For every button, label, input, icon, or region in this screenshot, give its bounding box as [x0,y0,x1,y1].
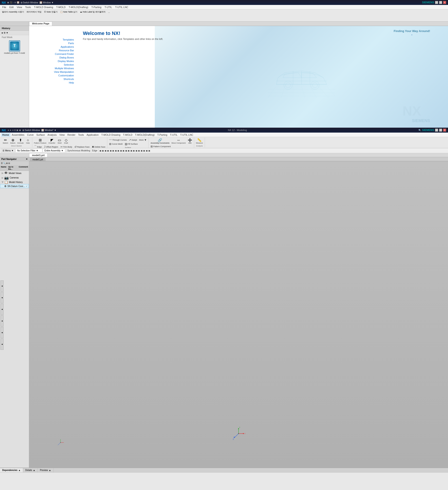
link-help[interactable]: Help [38,81,79,84]
nav-model-history[interactable]: ▽ 📋 Model History [0,180,29,184]
edge-blend-btn[interactable]: ⌒ Edge [33,144,43,148]
bottom-menu-tools[interactable]: Tools [77,133,85,137]
part-nav-expand-btn[interactable]: ⊞ [6,162,8,164]
minimize-btn-bottom[interactable]: — [435,129,438,132]
history-expand-btn[interactable]: ▼ [6,32,8,34]
bottom-switch-window[interactable]: ⊞ Switch Window [22,129,40,131]
assembly-constraints-ribbon-btn[interactable]: 🔗 Assembly Constraints [150,138,170,144]
close-btn-bottom[interactable]: ✕ [443,129,446,132]
modeling-viewport[interactable]: model1.prt [29,157,448,468]
3d-viewport[interactable]: X Y Z [29,161,448,468]
menu-tools[interactable]: Tools [24,5,32,9]
toolbar-layer-btn[interactable]: 레이어에서 작업 [26,10,43,14]
bottom-menu-surface[interactable]: Surface [35,133,46,137]
left-side-btn4[interactable]: ◄ [0,315,4,326]
trim-body-btn[interactable]: ✂ Trim Body [60,144,73,148]
link-view-manipulation[interactable]: View Manipulation [38,70,79,73]
part-nav-filter-btn[interactable]: 🔍 [3,162,6,164]
fill-surface-btn[interactable]: ▨ Fill Surface [124,142,139,146]
welcome-page-tab[interactable]: Welcome Page [29,21,52,26]
window-dropdown[interactable]: 🪟 Window ▼ [39,1,53,4]
link-command-finder[interactable]: Command Finder [38,53,79,55]
add-btn[interactable]: ➕ Add [187,138,193,144]
link-shortcuts[interactable]: Shortcuts [38,78,79,80]
bottom-menu-analysis[interactable]: Analysis [46,133,58,137]
bottom-menu-curve[interactable]: Curve [26,133,35,137]
link-display-modes[interactable]: Display Modes [38,60,79,62]
link-parts[interactable]: Parts [38,42,79,44]
model-tab[interactable]: model1.prt [29,153,47,157]
left-side-btn3[interactable]: ◄ [0,304,4,315]
left-side-btn6[interactable]: ◄ [0,339,4,350]
menu-view[interactable]: View [16,5,24,9]
part-nav-collapse-btn[interactable]: ⊟ [8,162,10,164]
bottom-window-dropdown[interactable]: 🪟 Window* ▼ [41,129,56,131]
details-expand[interactable]: ▲ [33,469,35,472]
offset-region-btn[interactable]: ⤴ Offset Region [43,144,59,148]
toolbar-note-table-btn[interactable]: 📋 Note Table 심기 [59,10,79,14]
shell-btn[interactable]: ▭ Shell [56,138,63,144]
bottom-search[interactable]: 🔍 [418,129,421,131]
pattern-component-btn[interactable]: ⊞ Pattern Component [150,144,172,148]
menu-tmold-drafting[interactable]: T-MOLD(Drafting) [67,5,90,9]
bottom-menu-view[interactable]: View [58,133,66,137]
bottom-menu-application[interactable]: Application [85,133,100,137]
history-back-btn[interactable]: ◄ [1,32,3,34]
through-curves-btn[interactable]: 〰 Through Curves [108,138,128,142]
entire-assembly-dropdown[interactable]: Entire Assembly ▼ [43,149,65,152]
bottom-menu-t-util-lnc[interactable]: T-UTIL LNC [179,133,195,137]
bottom-menu-tmold-drawing[interactable]: T-MOLD Drawing [100,133,122,137]
menu-t-util-lnc[interactable]: T-UTIL LNC [114,5,130,9]
delete-face-btn[interactable]: ✖ Delete Face [91,144,106,148]
dependencies-tab[interactable]: Dependencies ▲ [0,468,23,472]
swept-btn[interactable]: ↗ Swept [128,138,138,142]
move-component-btn[interactable]: ↔ Move Component [171,138,187,144]
hole-btn[interactable]: ○ Hole [25,138,31,144]
selection-filter-dropdown[interactable]: No Selection Filter ▼ [16,149,42,152]
toolbar-more-tools[interactable]: ... [107,10,111,14]
menu-t-util[interactable]: T-UTIL [103,5,114,9]
bottom-menu-tmold-drafting[interactable]: T-MOLD(Drafting) [134,133,156,137]
link-multiple-windows[interactable]: Multiple Windows [38,67,79,70]
chamfer-btn[interactable]: ◤ Chamfer [47,138,56,144]
link-selection[interactable]: Selection [38,63,79,66]
curve-mesh-btn[interactable]: ⊞ Curve Mesh [108,142,124,146]
dependencies-expand[interactable]: ▲ [18,469,21,472]
preview-tab[interactable]: Preview ▲ [38,468,53,472]
link-applications[interactable]: Applications [38,45,79,48]
nav-model-views[interactable]: ▷ 👁 Model Views [0,171,29,175]
more-btn[interactable]: More ▼ [138,138,148,142]
bottom-menu-t-util[interactable]: T-UTIL [169,133,179,137]
toolbar-note-btn[interactable]: 🗒 Note 만들기 [43,10,59,14]
history-item[interactable]: T model1.prt from T-mold [0,39,29,55]
link-templates[interactable]: Templates [38,38,79,41]
bottom-menu-assemblies[interactable]: Assemblies [10,133,26,137]
nav-cameras[interactable]: ▷ 📷 Cameras [0,175,29,180]
draft-btn[interactable]: ◇ Draft [63,138,69,144]
left-side-btn2[interactable]: ◄ [0,292,4,303]
replace-face-btn[interactable]: ↺ Replace Face [73,144,90,148]
bottom-menu-t-parting[interactable]: T-Parting [156,133,169,137]
measure-btn[interactable]: 📏 Measure [195,138,204,144]
details-tab[interactable]: Details ▲ [23,468,38,472]
bottom-menu-tmold[interactable]: T-MOLD [122,133,134,137]
left-side-btn5[interactable]: ◄ [0,327,4,338]
close-btn-top[interactable]: ✕ [443,1,446,4]
preview-expand[interactable]: ▲ [49,469,51,472]
extrude-btn[interactable]: ⬆ Extrude [17,138,25,144]
switch-window-btn[interactable]: ⊞ Switch Window [21,1,38,4]
minimize-btn-top[interactable]: — [435,1,438,4]
bottom-menu-home[interactable]: Home [1,133,10,137]
viewport-tab-model[interactable]: model1.prt [30,158,45,161]
datum-btn[interactable]: ⊕ Datum [9,138,16,144]
maximize-btn-bottom[interactable]: □ [439,129,442,132]
menu-tmold[interactable]: T-MOLD [55,5,67,9]
menu-tmold-drawing[interactable]: T-MOLD Drawing [33,5,54,9]
menu-edit[interactable]: Edit [8,5,15,9]
menu-file[interactable]: File [1,5,8,9]
maximize-btn-top[interactable]: □ [439,1,442,4]
history-settings-btn[interactable]: ⚙ [4,32,6,34]
link-customization[interactable]: Customization [38,74,79,77]
sketch-btn[interactable]: ✏ Sketch [2,138,9,144]
nav-datum-csys[interactable]: ⊕ SN Datum Coor... ✓ [0,184,29,188]
